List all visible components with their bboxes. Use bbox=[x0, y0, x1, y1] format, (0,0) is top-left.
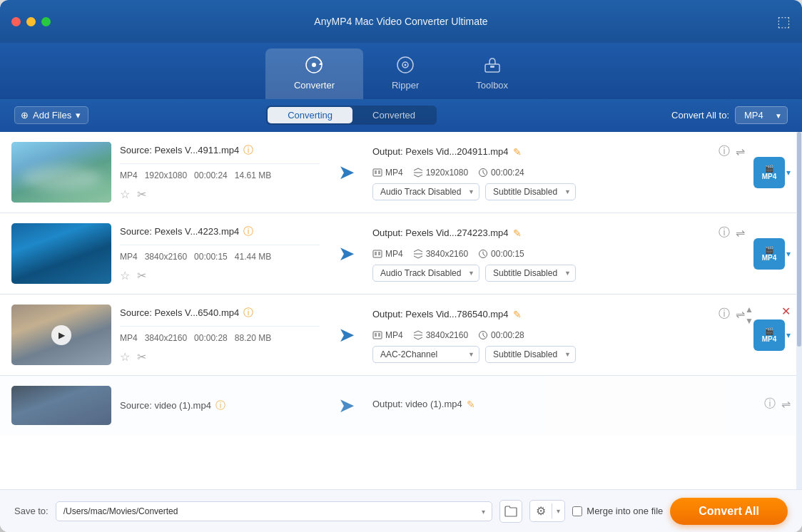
output-info-icon-1[interactable]: ⓘ bbox=[719, 144, 730, 159]
output-info-4: Output: video (1).mp4 ✎ ⓘ ⇌ bbox=[372, 397, 791, 414]
file-resolution-1: 1920x1080 bbox=[145, 170, 187, 180]
format-select[interactable]: MP4 MOV AVI MKV bbox=[735, 106, 788, 124]
svg-rect-13 bbox=[378, 252, 380, 255]
output-info-2: Output: Pexels Vid...274223.mp4 ✎ ⓘ ⇌ MP… bbox=[372, 225, 745, 282]
edit-icon-3[interactable]: ✎ bbox=[513, 309, 522, 320]
format-badge-wrapper-3: 🎬 MP4 ▾ bbox=[753, 319, 791, 351]
scrollbar-thumb[interactable] bbox=[797, 132, 801, 347]
move-down-icon-3[interactable]: ▼ bbox=[745, 316, 753, 326]
output-info-1: Output: Pexels Vid...204911.mp4 ✎ ⓘ ⇌ MP… bbox=[372, 144, 745, 200]
file-row: ▶ Source: Pexels V...6540.mp4 ⓘ MP4 3840… bbox=[0, 295, 802, 376]
format-badge-3[interactable]: 🎬 MP4 bbox=[753, 319, 785, 351]
enhance-icon-1[interactable]: ☆ bbox=[120, 188, 130, 201]
source-name-3: Source: Pexels V...6540.mp4 bbox=[120, 307, 239, 318]
badge-chevron-3[interactable]: ▾ bbox=[786, 330, 791, 340]
add-files-label: Add Files bbox=[33, 110, 71, 121]
save-path-input[interactable] bbox=[56, 501, 493, 521]
subtitle-select-1[interactable]: Subtitle Disabled bbox=[485, 183, 576, 200]
output-name-3: Output: Pexels Vid...786540.mp4 bbox=[372, 309, 509, 319]
svg-rect-7 bbox=[373, 169, 382, 176]
thumbnail-4 bbox=[11, 386, 111, 425]
file-size-3: 88.20 MB bbox=[235, 333, 271, 343]
chat-icon[interactable]: ⬚ bbox=[777, 13, 791, 30]
subtitle-select-3[interactable]: Subtitle Disabled bbox=[485, 346, 576, 363]
file-info-4: Source: video (1).mp4 ⓘ bbox=[120, 399, 320, 412]
merge-checkbox-input[interactable] bbox=[572, 506, 582, 516]
file-duration-3: 00:00:28 bbox=[194, 333, 228, 343]
subtitle-select-2[interactable]: Subtitle Disabled bbox=[485, 265, 576, 282]
file-duration-2: 00:00:15 bbox=[194, 252, 228, 262]
tab-switcher: Converting Converted bbox=[266, 106, 437, 125]
arrow-1: ➤ bbox=[328, 160, 364, 184]
save-to-label: Save to: bbox=[14, 506, 49, 516]
file-duration-1: 00:00:24 bbox=[194, 170, 228, 180]
output-controls-1: Audio Track Disabled AAC-2Channel Subtit… bbox=[372, 183, 745, 200]
convert-all-button[interactable]: Convert All bbox=[670, 498, 788, 525]
output-settings-icon-3[interactable]: ⇌ bbox=[736, 307, 745, 321]
open-folder-button[interactable] bbox=[499, 500, 522, 523]
converting-tab[interactable]: Converting bbox=[268, 107, 352, 123]
cut-icon-2[interactable]: ✂ bbox=[137, 269, 146, 282]
scrollbar-track[interactable] bbox=[796, 132, 802, 489]
badge-label-1: MP4 bbox=[762, 173, 777, 180]
output-info-icon-3[interactable]: ⓘ bbox=[719, 307, 730, 322]
format-badge-1[interactable]: 🎬 MP4 bbox=[753, 157, 785, 188]
ripper-label: Ripper bbox=[392, 80, 419, 91]
close-button[interactable] bbox=[11, 17, 21, 26]
fullscreen-button[interactable] bbox=[41, 17, 51, 26]
play-button-3[interactable]: ▶ bbox=[51, 325, 71, 345]
thumbnail-1 bbox=[11, 142, 111, 203]
svg-rect-9 bbox=[378, 170, 380, 174]
converted-tab[interactable]: Converted bbox=[352, 107, 435, 123]
format-badge-2[interactable]: 🎬 MP4 bbox=[753, 238, 785, 270]
edit-icon-1[interactable]: ✎ bbox=[513, 146, 522, 158]
ripper-icon bbox=[396, 56, 415, 77]
out-format-2: MP4 bbox=[385, 249, 403, 259]
output-name-4: Output: video (1).mp4 bbox=[372, 399, 462, 409]
edit-icon-2[interactable]: ✎ bbox=[513, 227, 522, 239]
file-meta-3: MP4 3840x2160 00:00:28 88.20 MB bbox=[120, 333, 320, 343]
delete-icon-3[interactable]: ✕ bbox=[781, 305, 791, 318]
merge-checkbox[interactable]: Merge into one file bbox=[572, 506, 663, 516]
file-actions-1: ☆ ✂ bbox=[120, 188, 320, 201]
audio-track-select-1[interactable]: Audio Track Disabled AAC-2Channel bbox=[372, 183, 479, 200]
audio-track-select-3[interactable]: AAC-2Channel Audio Track Disabled bbox=[372, 346, 479, 363]
file-actions-3: ☆ ✂ bbox=[120, 350, 320, 364]
output-info-icon-4[interactable]: ⓘ bbox=[764, 397, 776, 411]
add-files-button[interactable]: ⊕ Add Files ▾ bbox=[14, 106, 88, 124]
enhance-icon-3[interactable]: ☆ bbox=[120, 350, 130, 364]
arrow-right-icon-1: ➤ bbox=[338, 160, 355, 184]
edit-icon-4[interactable]: ✎ bbox=[467, 399, 475, 410]
cut-icon-1[interactable]: ✂ bbox=[137, 188, 146, 201]
cut-icon-3[interactable]: ✂ bbox=[137, 350, 146, 364]
output-settings-icon-1[interactable]: ⇌ bbox=[736, 145, 745, 158]
source-info-icon-3[interactable]: ⓘ bbox=[243, 307, 253, 319]
source-info-icon-2[interactable]: ⓘ bbox=[243, 225, 253, 238]
thumbnail-2 bbox=[11, 223, 111, 284]
source-info-icon-1[interactable]: ⓘ bbox=[243, 144, 253, 157]
toolbox-icon bbox=[483, 56, 502, 77]
window-title: AnyMP4 Mac Video Converter Ultimate bbox=[314, 16, 487, 27]
gear-chevron-icon: ▾ bbox=[552, 503, 564, 518]
out-resolution-1: 1920x1080 bbox=[426, 168, 468, 178]
minimize-button[interactable] bbox=[26, 17, 36, 26]
settings-gear-button[interactable]: ⚙ ▾ bbox=[529, 500, 565, 522]
output-settings-icon-2[interactable]: ⇌ bbox=[736, 226, 745, 240]
output-settings-icon-4[interactable]: ⇌ bbox=[781, 397, 791, 411]
tab-toolbox[interactable]: Toolbox bbox=[447, 48, 537, 99]
svg-point-1 bbox=[312, 63, 316, 67]
output-info-icon-2[interactable]: ⓘ bbox=[719, 225, 730, 240]
arrow-3: ➤ bbox=[328, 323, 364, 347]
badge-chevron-2[interactable]: ▾ bbox=[786, 249, 791, 259]
move-up-icon-3[interactable]: ▲ bbox=[745, 305, 753, 314]
tab-ripper[interactable]: Ripper bbox=[363, 48, 447, 99]
badge-chevron-1[interactable]: ▾ bbox=[786, 168, 791, 178]
gear-icon: ⚙ bbox=[530, 501, 552, 521]
source-info-icon-4[interactable]: ⓘ bbox=[215, 399, 225, 412]
audio-track-select-2[interactable]: Audio Track Disabled AAC-2Channel bbox=[372, 265, 479, 282]
enhance-icon-2[interactable]: ☆ bbox=[120, 269, 130, 282]
output-meta-2: MP4 3840x2160 00:00:15 bbox=[372, 249, 745, 259]
tab-converter[interactable]: Converter bbox=[265, 48, 363, 99]
convert-all-to: Convert All to: MP4 MOV AVI MKV bbox=[671, 106, 788, 124]
file-info-3: Source: Pexels V...6540.mp4 ⓘ MP4 3840x2… bbox=[120, 307, 320, 364]
